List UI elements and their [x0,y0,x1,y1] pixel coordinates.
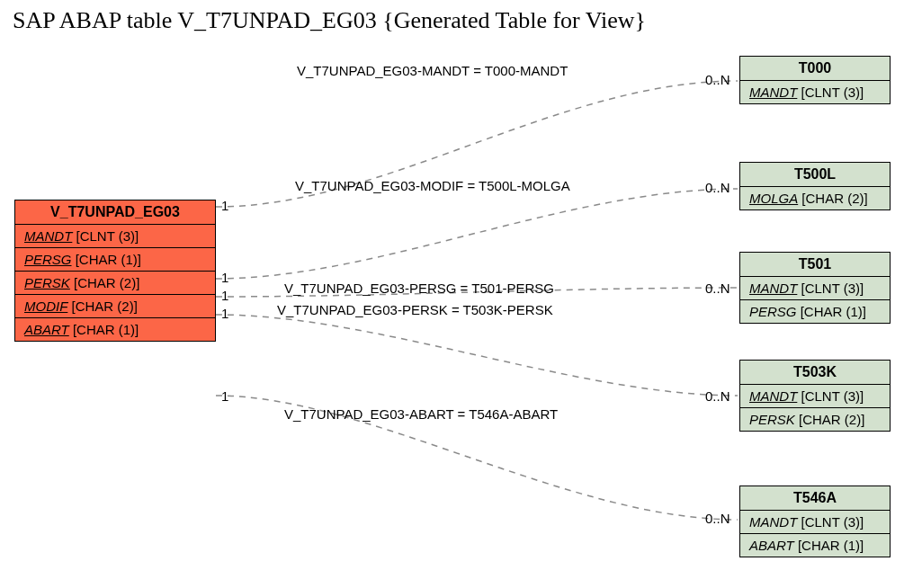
cardinality-right: 0..N [705,72,730,87]
entity-header: T000 [740,57,890,81]
edge-label: V_T7UNPAD_EG03-MANDT = T000-MANDT [297,63,568,78]
cardinality-left: 1 [221,388,228,404]
edge-label: V_T7UNPAD_EG03-ABART = T546A-ABART [284,406,558,422]
entity-field: MOLGA [CHAR (2)] [740,187,890,209]
entity-main-field: MANDT [CLNT (3)] [15,225,215,248]
entity-main-field: ABART [CHAR (1)] [15,318,215,341]
entity-field: MANDT [CLNT (3)] [740,511,890,534]
entity-main-field: PERSG [CHAR (1)] [15,248,215,272]
cardinality-left: 1 [221,198,228,213]
entity-main: V_T7UNPAD_EG03 MANDT [CLNT (3)] PERSG [C… [14,200,216,342]
entity-header: T546A [740,486,890,511]
entity-t500l: T500L MOLGA [CHAR (2)] [739,162,891,210]
entity-t503k: T503K MANDT [CLNT (3)] PERSK [CHAR (2)] [739,360,891,432]
cardinality-right: 0..N [705,180,730,195]
edge-label: V_T7UNPAD_EG03-PERSK = T503K-PERSK [277,302,553,317]
entity-t501: T501 MANDT [CLNT (3)] PERSG [CHAR (1)] [739,252,891,324]
entity-field: MANDT [CLNT (3)] [740,81,890,103]
cardinality-left: 1 [221,288,228,303]
edge-label: V_T7UNPAD_EG03-PERSG = T501-PERSG [284,281,554,296]
entity-header: T501 [740,253,890,277]
edge-label: V_T7UNPAD_EG03-MODIF = T500L-MOLGA [295,178,570,193]
entity-field: MANDT [CLNT (3)] [740,385,890,408]
entity-field: ABART [CHAR (1)] [740,534,890,557]
entity-main-field: PERSK [CHAR (2)] [15,272,215,295]
cardinality-right: 0..N [705,388,730,404]
entity-field: PERSK [CHAR (2)] [740,408,890,431]
cardinality-left: 1 [221,306,228,321]
entity-header: T500L [740,163,890,187]
entity-main-field: MODIF [CHAR (2)] [15,295,215,318]
entity-t546a: T546A MANDT [CLNT (3)] ABART [CHAR (1)] [739,486,891,557]
cardinality-right: 0..N [705,281,730,296]
entity-field: PERSG [CHAR (1)] [740,300,890,323]
page-title: SAP ABAP table V_T7UNPAD_EG03 {Generated… [13,7,646,34]
entity-field: MANDT [CLNT (3)] [740,277,890,300]
entity-header: T503K [740,361,890,385]
entity-main-header: V_T7UNPAD_EG03 [15,200,215,225]
cardinality-right: 0..N [705,511,730,526]
cardinality-left: 1 [221,270,228,285]
entity-t000: T000 MANDT [CLNT (3)] [739,56,891,104]
